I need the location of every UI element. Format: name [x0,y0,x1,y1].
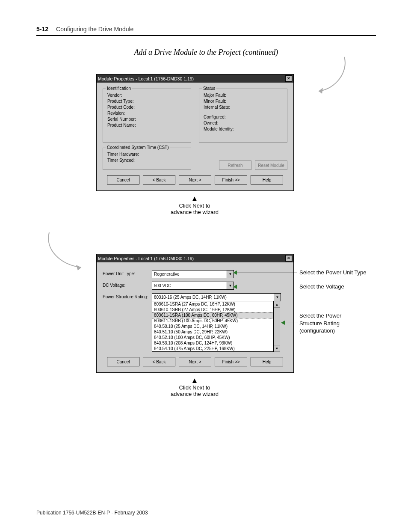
list-item[interactable]: 803611-1SRB (100 Amps DC, 60HP, 45KW) [152,318,273,324]
list-item[interactable]: 840.54.10 (375 Amps DC, 225HP, 168KW) [152,346,273,351]
label-power-structure-rating: Power Structure Rating: [103,293,152,299]
chevron-up-icon[interactable]: ▲ [274,301,280,308]
group-identification-title: Identification [106,86,132,91]
close-icon[interactable]: ✕ [285,75,292,82]
cancel-button[interactable]: Cancel [107,357,139,366]
list-item[interactable]: 803610-1SRA (27 Amps DC, 16HP, 12KW) [152,301,273,307]
pointer-left-icon [233,270,237,275]
chevron-down-icon[interactable]: ▼ [274,294,281,301]
label-owned: Owned: [204,121,283,125]
label-internal-state: Internal State: [204,105,283,110]
scrollbar[interactable]: ▲ ▼ [273,301,280,352]
list-item[interactable]: 803611-1SRA (100 Amps DC, 60HP, 45KW) [152,312,273,318]
dialog-module-properties-2: Module Properties - Local:1 (1756-DMD30 … [96,254,294,373]
figure-2: Module Properties - Local:1 (1756-DMD30 … [96,254,376,397]
leader-line [285,323,298,323]
label-dc-voltage: DC Voltage: [103,282,152,288]
label-power-unit-type: Power Unit Type: [103,270,152,276]
cancel-button[interactable]: Cancel [107,175,139,184]
arrow-up-icon: ▲ [191,194,198,203]
figure-caption: ▲ Click Next to advance the wizard [96,378,293,397]
reset-module-button[interactable]: Reset Module [255,160,287,170]
label-configured: Configured: [204,115,283,119]
publication-footer: Publication 1756-UM522B-EN-P - February … [36,510,148,516]
chapter-title: Configuring the Drive Module [56,26,133,33]
finish-button[interactable]: Finish >> [215,175,247,184]
chevron-down-icon[interactable]: ▼ [227,270,234,278]
label-product-type: Product Type: [107,99,186,104]
refresh-button[interactable]: Refresh [219,160,251,170]
leader-line [237,287,297,287]
finish-button[interactable]: Finish >> [215,357,247,366]
chevron-down-icon[interactable]: ▼ [274,345,280,352]
label-vendor: Vendor: [107,93,186,98]
power-structure-rating-list[interactable]: 803610-1SRA (27 Amps DC, 16HP, 12KW) 803… [152,301,273,352]
back-button[interactable]: < Back [143,357,175,366]
chevron-down-icon[interactable]: ▼ [227,282,234,289]
dc-voltage-value: 500 VDC [152,283,227,288]
label-serial-number: Serial Number: [107,117,186,122]
group-status-title: Status [202,86,216,91]
dialog-title: Module Properties - Local:1 (1756-DMD30 … [98,76,194,81]
dialog-module-properties-1: Module Properties - Local:1 (1756-DMD30 … [96,74,294,191]
list-item[interactable]: 840.50.10 (25 Amps DC, 14HP, 11KW) [152,324,273,329]
leader-line [237,273,297,273]
pointer-left-icon [233,285,237,289]
arrow-up-icon: ▲ [191,376,198,385]
pointer-left-icon [281,321,285,325]
label-product-name: Product Name: [107,123,186,128]
power-structure-rating-select[interactable]: 80310-16 (25 Amps DC, 14HP, 11KW) ▼ [152,293,281,301]
help-button[interactable]: Help [251,357,283,366]
curved-arrow-icon [312,53,351,104]
dc-voltage-select[interactable]: 500 VDC ▼ [152,282,234,290]
label-product-code: Product Code: [107,105,186,110]
divider [36,35,376,36]
annotation-power-structure-rating: Select the Power Structure Rating (confi… [299,312,341,335]
close-icon[interactable]: ✕ [285,255,292,262]
label-timer-hardware: Timer Hardware: [107,152,186,157]
next-button[interactable]: Next > [179,357,211,366]
list-item[interactable]: 840.52.10 (100 Amps DC, 60HP, 45KW) [152,335,273,340]
curved-arrow-icon [41,228,88,279]
dialog-title: Module Properties - Local:1 (1756-DMD30 … [98,256,194,261]
group-cst-title: Coordinated System Time (CST) [106,145,170,150]
figure-caption: ▲ Click Next to advance the wizard [96,196,293,215]
power-structure-rating-value: 80310-16 (25 Amps DC, 14HP, 11KW) [152,295,274,300]
help-button[interactable]: Help [251,175,283,184]
label-revision: Revision: [107,111,186,116]
list-item[interactable]: 840.51.10 (50 Amps DC, 29HP, 22KW) [152,329,273,335]
annotation-voltage: Select the Voltage [299,283,344,290]
back-button[interactable]: < Back [143,175,175,184]
list-item[interactable]: 840.53.10 (208 Amps DC, 124HP, 93KW) [152,340,273,346]
next-button[interactable]: Next > [179,175,211,184]
label-module-identity: Module Identity: [204,127,283,131]
power-unit-type-value: Regenerative [152,272,227,276]
label-minor-fault: Minor Fault: [204,99,283,104]
annotation-power-unit-type: Select the Power Unit Type [299,269,367,276]
label-timer-synced: Timer Synced: [107,158,186,163]
power-unit-type-select[interactable]: Regenerative ▼ [152,270,234,278]
page-number: 5-12 [36,26,48,33]
figure-1: Module Properties - Local:1 (1756-DMD30 … [96,74,376,215]
label-major-fault: Major Fault: [204,93,283,98]
